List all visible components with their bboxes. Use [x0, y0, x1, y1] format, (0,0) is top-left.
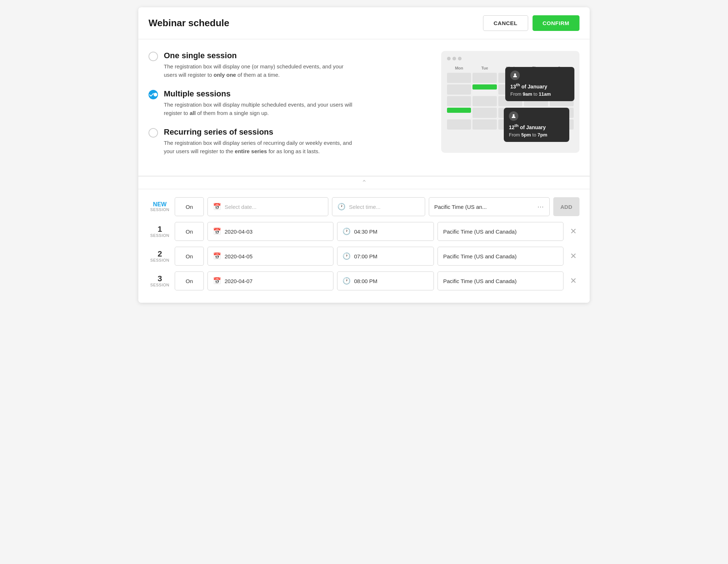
radio-recurring[interactable] [149, 128, 158, 138]
option-single-desc: The registration box will display one (o… [164, 63, 353, 79]
header-actions: CANCEL CONFIRM [483, 15, 579, 31]
option-multiple-desc: The registration box will display multip… [164, 101, 353, 117]
session-1-number: 1 [158, 225, 162, 233]
svg-point-0 [514, 74, 516, 75]
cal-cell [472, 119, 496, 130]
new-session-row: NEW SESSION On 📅 Select date... 🕐 Select… [149, 196, 579, 217]
session-3-timezone-field[interactable]: Pacific Time (US and Canada) [438, 271, 563, 290]
window-dots [447, 57, 574, 60]
new-session-timezone-field[interactable]: Pacific Time (US an... ⋯ [429, 197, 550, 216]
svg-point-1 [513, 114, 514, 116]
session-1-remove-button[interactable]: ✕ [567, 227, 579, 235]
page-container: Webinar schedule CANCEL CONFIRM One sing… [138, 7, 590, 303]
clock-icon: 🕐 [343, 277, 351, 285]
timezone-dots-icon[interactable]: ⋯ [537, 203, 544, 211]
clock-icon: 🕐 [343, 227, 351, 235]
divider-section: ⌃ [138, 176, 590, 189]
session-2-sub: SESSION [150, 258, 169, 262]
new-session-label: NEW SESSION [149, 196, 171, 217]
calendar-icon: 📅 [213, 203, 221, 211]
cal-cell [472, 108, 496, 118]
radio-multiple[interactable] [149, 90, 158, 99]
tooltip-upper-date: 13th of January [510, 82, 569, 91]
day-tue: Tue [472, 65, 496, 71]
options-column: One single session The registration box … [149, 51, 427, 166]
calendar-icon: 📅 [213, 252, 221, 260]
collapse-arrow-icon[interactable]: ⌃ [361, 179, 367, 187]
session-3-number: 3 [158, 275, 162, 283]
calendar-icon: 📅 [213, 227, 221, 235]
cal-cell [472, 73, 496, 83]
session-1-timezone-field[interactable]: Pacific Time (US and Canada) [438, 222, 563, 241]
option-multiple-label: Multiple sessions [164, 89, 353, 99]
option-recurring-label: Recurring series of sessions [164, 127, 353, 137]
session-row-3: 3 SESSION On 📅 2020-04-07 🕐 08:00 PM Pac… [149, 271, 579, 291]
session-3-status[interactable]: On [175, 271, 204, 290]
add-session-button[interactable]: ADD [553, 197, 580, 216]
preview-column: Mon Tue Wed Thu Sun [441, 51, 579, 166]
option-single-label: One single session [164, 51, 353, 60]
option-recurring-sessions[interactable]: Recurring series of sessions The registr… [149, 127, 427, 155]
tooltip-upper: 13th of January From 9am to 11am [505, 67, 574, 101]
tooltip-lower: 12th of January From 5pm to 7pm [504, 108, 569, 142]
tooltip-upper-icon [510, 71, 520, 80]
session-3-sub: SESSION [150, 283, 169, 287]
session-2-time-field[interactable]: 🕐 07:00 PM [337, 247, 434, 266]
cancel-button[interactable]: CANCEL [483, 15, 528, 31]
session-1-time-field[interactable]: 🕐 04:30 PM [337, 222, 434, 241]
session-2-remove-button[interactable]: ✕ [567, 252, 579, 260]
tooltip-upper-time: From 9am to 11am [510, 91, 569, 98]
session-1-label: 1 SESSION [149, 221, 171, 242]
dot-yellow [452, 57, 456, 60]
cal-cell [447, 73, 471, 83]
session-3-time-field[interactable]: 🕐 08:00 PM [337, 271, 434, 290]
top-section: One single session The registration box … [138, 39, 590, 176]
new-session-date-field[interactable]: 📅 Select date... [207, 197, 328, 216]
session-1-sub: SESSION [150, 233, 169, 238]
option-recurring-desc: The registration box will display series… [164, 139, 353, 155]
session-3-date-field[interactable]: 📅 2020-04-07 [207, 271, 333, 290]
session-2-label: 2 SESSION [149, 246, 171, 266]
cal-cell [447, 119, 471, 130]
cal-cell [447, 96, 471, 106]
cal-cell-event [472, 84, 496, 90]
clock-icon: 🕐 [343, 252, 351, 260]
day-mon: Mon [447, 65, 471, 71]
clock-icon: 🕐 [337, 203, 345, 211]
new-session-status[interactable]: On [175, 197, 204, 216]
session-2-timezone-field[interactable]: Pacific Time (US and Canada) [438, 247, 563, 266]
tooltip-lower-time: From 5pm to 7pm [509, 131, 564, 139]
radio-single[interactable] [149, 52, 158, 61]
session-2-status[interactable]: On [175, 247, 204, 266]
option-single-session[interactable]: One single session The registration box … [149, 51, 427, 79]
session-1-date-field[interactable]: 📅 2020-04-03 [207, 222, 333, 241]
tooltip-lower-icon [509, 111, 518, 121]
dot-green [458, 57, 462, 60]
header: Webinar schedule CANCEL CONFIRM [138, 7, 590, 39]
session-2-number: 2 [158, 250, 162, 258]
cal-cell [447, 84, 471, 95]
tooltip-lower-date: 12th of January [509, 122, 564, 131]
session-1-status[interactable]: On [175, 222, 204, 241]
calendar-preview: Mon Tue Wed Thu Sun [441, 51, 579, 153]
session-3-remove-button[interactable]: ✕ [567, 277, 579, 285]
session-row-2: 2 SESSION On 📅 2020-04-05 🕐 07:00 PM Pac… [149, 246, 579, 266]
new-session-time-field[interactable]: 🕐 Select time... [332, 197, 425, 216]
confirm-button[interactable]: CONFIRM [533, 15, 580, 31]
page-title: Webinar schedule [149, 17, 229, 29]
session-3-label: 3 SESSION [149, 271, 171, 291]
calendar-icon: 📅 [213, 277, 221, 285]
new-session-sub: SESSION [150, 207, 169, 212]
cal-cell-event2 [447, 108, 471, 113]
dot-red [447, 57, 451, 60]
option-multiple-sessions[interactable]: Multiple sessions The registration box w… [149, 89, 427, 117]
cal-cell [472, 96, 496, 106]
sessions-section: NEW SESSION On 📅 Select date... 🕐 Select… [138, 189, 590, 303]
session-row-1: 1 SESSION On 📅 2020-04-03 🕐 04:30 PM Pac… [149, 221, 579, 242]
session-2-date-field[interactable]: 📅 2020-04-05 [207, 247, 333, 266]
new-session-number: NEW [153, 202, 166, 207]
